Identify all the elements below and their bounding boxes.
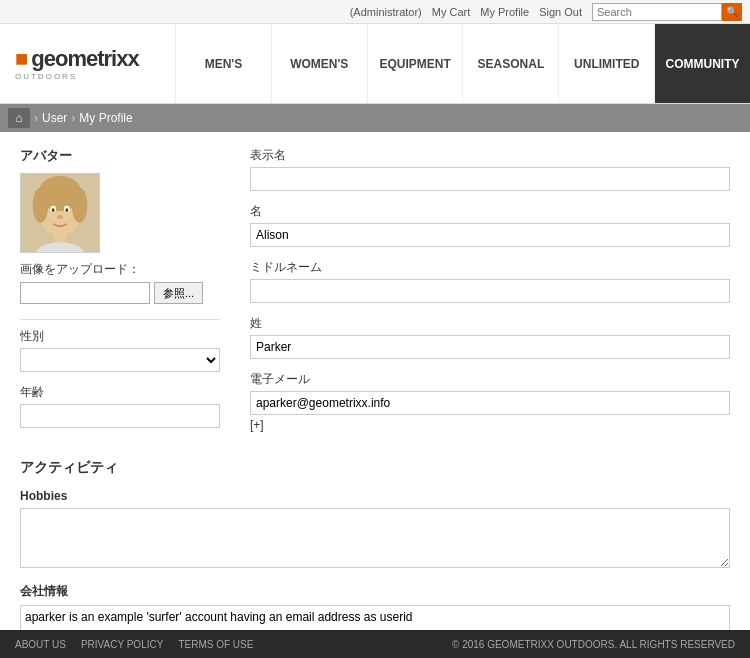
age-label: 年齢: [20, 384, 220, 401]
activities-section: アクティビティ Hobbies 会社情報 aparker is an examp…: [0, 459, 750, 658]
main-content: アバター: [0, 132, 750, 459]
company-label: 会社情報: [20, 583, 730, 600]
nav-unlimited[interactable]: UNLIMITED: [558, 24, 654, 103]
copyright-text: © 2016 GEOMETRIXX OUTDOORS. ALL RIGHTS R…: [452, 639, 735, 650]
middle-name-section: ミドルネーム: [250, 259, 730, 303]
logo-icon: ■: [15, 46, 28, 72]
my-cart-link[interactable]: My Cart: [432, 6, 471, 18]
svg-point-4: [72, 188, 88, 223]
activities-title: アクティビティ: [20, 459, 730, 477]
upload-row: 参照...: [20, 282, 220, 304]
terms-link[interactable]: TERMS OF USE: [178, 639, 253, 650]
admin-label: (Administrator): [350, 6, 422, 18]
nav-womens[interactable]: WOMEN'S: [271, 24, 367, 103]
my-profile-link[interactable]: My Profile: [480, 6, 529, 18]
browse-button[interactable]: 参照...: [154, 282, 203, 304]
display-name-input[interactable]: [250, 167, 730, 191]
first-name-input[interactable]: [250, 223, 730, 247]
middle-name-input[interactable]: [250, 279, 730, 303]
avatar-svg: [21, 173, 99, 253]
add-email-link[interactable]: [+]: [250, 418, 264, 432]
hobbies-label: Hobbies: [20, 489, 730, 503]
search-button[interactable]: 🔍: [722, 3, 742, 21]
email-section: 電子メール [+]: [250, 371, 730, 432]
gender-label: 性別: [20, 328, 220, 345]
company-text-middle: is an example 'surfer' account having an…: [66, 610, 380, 624]
footer: ABOUT US PRIVACY POLICY TERMS OF USE © 2…: [0, 630, 750, 658]
gender-section: 性別 男性 女性: [20, 328, 220, 372]
privacy-policy-link[interactable]: PRIVACY POLICY: [81, 639, 163, 650]
search-input[interactable]: [592, 3, 722, 21]
home-icon[interactable]: ⌂: [8, 108, 30, 128]
header: ■ geometrixx OUTDOORS MEN'S WOMEN'S EQUI…: [0, 24, 750, 104]
breadcrumb-my-profile[interactable]: My Profile: [79, 111, 132, 125]
display-name-label: 表示名: [250, 147, 730, 164]
file-path-input[interactable]: [20, 282, 150, 304]
company-username-link[interactable]: aparker: [25, 610, 66, 624]
left-column: アバター: [20, 147, 220, 444]
breadcrumb-user[interactable]: User: [42, 111, 67, 125]
about-us-link[interactable]: ABOUT US: [15, 639, 66, 650]
svg-point-9: [57, 215, 63, 219]
avatar-image: [20, 173, 100, 253]
nav-menu: MEN'S WOMEN'S EQUIPMENT SEASONAL UNLIMIT…: [175, 24, 750, 103]
logo-area: ■ geometrixx OUTDOORS: [0, 24, 175, 103]
avatar-section-title: アバター: [20, 147, 220, 165]
email-label: 電子メール: [250, 371, 730, 388]
right-column: 表示名 名 ミドルネーム 姓 電子メール [+]: [250, 147, 730, 444]
userid-link[interactable]: userid: [380, 610, 413, 624]
last-name-section: 姓: [250, 315, 730, 359]
first-name-label: 名: [250, 203, 730, 220]
nav-equipment[interactable]: EQUIPMENT: [367, 24, 463, 103]
search-form: 🔍: [592, 3, 742, 21]
breadcrumb: ⌂ › User › My Profile: [0, 104, 750, 132]
gender-select[interactable]: 男性 女性: [20, 348, 220, 372]
svg-point-7: [52, 208, 55, 212]
middle-name-label: ミドルネーム: [250, 259, 730, 276]
display-name-section: 表示名: [250, 147, 730, 191]
top-bar: (Administrator) My Cart My Profile Sign …: [0, 0, 750, 24]
logo-sub: OUTDOORS: [15, 72, 139, 81]
age-input[interactable]: [20, 404, 220, 428]
first-name-section: 名: [250, 203, 730, 247]
sign-out-link[interactable]: Sign Out: [539, 6, 582, 18]
nav-community[interactable]: COMMUNITY: [654, 24, 750, 103]
svg-point-8: [65, 208, 68, 212]
logo-text: geometrixx: [31, 48, 138, 70]
hobbies-textarea[interactable]: [20, 508, 730, 568]
nav-seasonal[interactable]: SEASONAL: [462, 24, 558, 103]
upload-label: 画像をアップロード：: [20, 261, 220, 278]
email-input[interactable]: [250, 391, 730, 415]
nav-mens[interactable]: MEN'S: [175, 24, 271, 103]
last-name-input[interactable]: [250, 335, 730, 359]
age-section: 年齢: [20, 384, 220, 428]
footer-links: ABOUT US PRIVACY POLICY TERMS OF USE: [15, 639, 253, 650]
svg-point-3: [33, 188, 49, 223]
last-name-label: 姓: [250, 315, 730, 332]
